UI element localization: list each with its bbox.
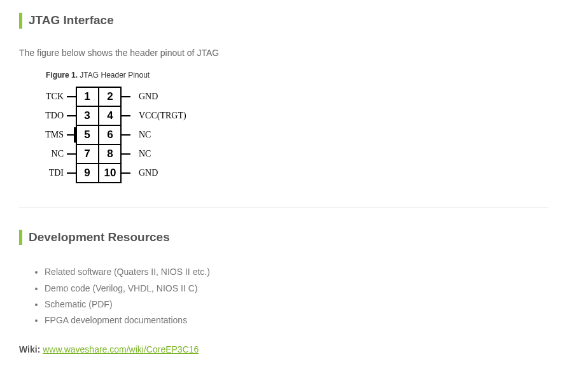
pin-number: 9 [84, 167, 90, 179]
pin-number: 5 [84, 129, 90, 141]
figure-title: JTAG Header Pinout [80, 71, 150, 80]
pin-label-left: TDO [45, 111, 64, 120]
pin-number: 4 [107, 109, 113, 122]
intro-paragraph: The figure below shows the header pinout… [19, 48, 548, 58]
pin-label-right: VCC(TRGT) [139, 111, 186, 121]
figure-label: Figure 1. [46, 71, 78, 80]
resources-list: Related software (Quaters II, NIOS II et… [19, 264, 548, 328]
pin-number: 1 [84, 90, 90, 102]
pin-label-left: TMS [45, 130, 64, 139]
pin-label-left: TDI [49, 168, 64, 178]
pin-label-right: GND [139, 168, 158, 178]
section-heading-jtag: JTAG Interface [19, 13, 548, 29]
pin-number: 2 [107, 90, 113, 102]
pin-number: 3 [84, 109, 90, 122]
section-heading-text: JTAG Interface [29, 13, 114, 27]
list-item: Demo code (Verilog, VHDL, NIOS II C) [45, 281, 548, 297]
svg-rect-6 [74, 127, 76, 143]
pin-number: 10 [104, 167, 116, 179]
wiki-link[interactable]: www.waveshare.com/wiki/CoreEP3C16 [43, 344, 199, 354]
list-item: Schematic (PDF) [45, 297, 548, 312]
section-divider [19, 207, 548, 207]
pin-label-right: NC [139, 149, 151, 158]
list-item: FPGA development documentations [45, 312, 548, 328]
pin-label-right: GND [139, 92, 158, 101]
jtag-pinout-diagram: TCK 1 2 GND TDO 3 4 VCC(TRGT) TMS 5 6 NC… [25, 86, 548, 188]
pin-label-right: NC [139, 130, 151, 139]
pin-number: 6 [107, 129, 113, 141]
wiki-label: Wiki: [19, 344, 40, 354]
section-heading-resources: Development Resources [19, 230, 548, 246]
figure-caption: Figure 1. JTAG Header Pinout [46, 71, 548, 80]
pin-label-left: TCK [46, 92, 64, 101]
pin-label-left: NC [52, 149, 64, 158]
wiki-line: Wiki: www.waveshare.com/wiki/CoreEP3C16 [19, 344, 548, 354]
pin-number: 7 [84, 148, 90, 160]
section-heading-text: Development Resources [29, 230, 170, 244]
list-item: Related software (Quaters II, NIOS II et… [45, 264, 548, 280]
pin-number: 8 [107, 148, 113, 160]
